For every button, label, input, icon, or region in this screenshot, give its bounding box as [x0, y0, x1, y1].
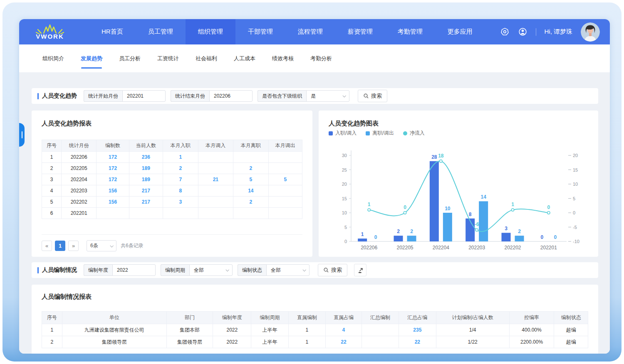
- svg-text:1: 1: [368, 202, 371, 207]
- section-tab[interactable]: 组织简介: [42, 44, 64, 72]
- svg-text:5: 5: [344, 225, 347, 230]
- svg-text:202206: 202206: [361, 245, 377, 251]
- staffing-filter-title: 人员编制情况: [37, 266, 77, 274]
- table-cell: 1: [288, 324, 325, 336]
- legend-label: 净流入: [410, 130, 425, 137]
- table-cell[interactable]: 4: [326, 324, 362, 336]
- section-tab[interactable]: 社会福利: [196, 44, 217, 72]
- nav-item[interactable]: 流程管理: [285, 19, 335, 44]
- filter-select[interactable]: 全部: [189, 264, 233, 276]
- filter-select[interactable]: 是: [306, 90, 349, 102]
- trend-filter-bar: 人员变化趋势 统计开始月份统计结束月份是否包含下级组织是搜索: [32, 88, 598, 104]
- table-cell[interactable]: 14: [233, 185, 269, 197]
- section-tab[interactable]: 考勤分析: [310, 44, 332, 72]
- section-tab[interactable]: 人工成本: [234, 44, 255, 72]
- nav-item[interactable]: 薪资管理: [335, 19, 385, 44]
- table-cell: [129, 208, 163, 219]
- table-cell[interactable]: 5: [233, 174, 269, 185]
- table-cell[interactable]: 3: [163, 197, 198, 208]
- trend-chart-card: 人员变化趋势图表 入职/调入离职/调出净流入 051015202530-10-5…: [319, 111, 598, 257]
- column-header: 编制数: [97, 140, 129, 152]
- page-size-select[interactable]: 6条: [87, 240, 116, 251]
- table-cell[interactable]: 2: [233, 163, 269, 174]
- section-tab[interactable]: 员工分析: [119, 44, 141, 72]
- filter-input[interactable]: [122, 90, 166, 102]
- table-cell[interactable]: 172: [97, 163, 129, 174]
- search-button[interactable]: 搜索: [318, 264, 347, 276]
- table-cell[interactable]: 22: [326, 336, 362, 348]
- table-cell[interactable]: 172: [97, 174, 129, 185]
- table-cell: 202203: [61, 185, 97, 197]
- table-row: 320220417218972155: [42, 174, 302, 185]
- search-button[interactable]: 搜索: [358, 90, 387, 102]
- nav-item[interactable]: 干部管理: [235, 19, 285, 44]
- filter-field: 统计开始月份: [84, 90, 166, 102]
- legend-item[interactable]: 入职/调入: [329, 130, 357, 137]
- section-tabs: 组织简介发展趋势员工分析工资统计社会福利人工成本绩效考核考勤分析: [19, 44, 610, 72]
- settings-icon[interactable]: [500, 27, 510, 37]
- section-tab[interactable]: 发展趋势: [81, 44, 102, 72]
- table-cell[interactable]: 1: [163, 152, 198, 163]
- export-button[interactable]: [354, 264, 366, 276]
- main-nav: HR首页员工管理组织管理干部管理流程管理薪资管理考勤管理更多应用: [89, 19, 485, 44]
- table-cell: 400.00%: [509, 324, 554, 336]
- table-cell[interactable]: 217: [129, 185, 163, 197]
- trend-table-title: 人员变化趋势报表: [42, 120, 92, 128]
- table-cell[interactable]: 235: [399, 324, 436, 336]
- table-cell: [198, 185, 233, 197]
- filter-input[interactable]: [209, 90, 253, 102]
- table-row: 12022061722361: [42, 152, 302, 163]
- filter-select[interactable]: 全部: [266, 264, 310, 276]
- pagination-page-button[interactable]: 1: [55, 241, 65, 251]
- table-cell[interactable]: 8: [163, 185, 198, 197]
- column-header: 当前人数: [129, 140, 163, 152]
- table-cell: 202205: [61, 163, 97, 174]
- drawer-handle[interactable]: [19, 123, 25, 147]
- nav-item[interactable]: 考勤管理: [385, 19, 435, 44]
- table-cell: 1: [288, 336, 325, 348]
- table-row: 1九洲建设集团有限责任公司集团本部2022上半年142351/4400.00%超…: [42, 324, 588, 336]
- table-cell[interactable]: 5: [268, 174, 302, 185]
- chevron-down-icon: [110, 244, 113, 247]
- accent-bar: [37, 93, 39, 99]
- table-cell[interactable]: 217: [129, 197, 163, 208]
- chart-legend: 入职/调入离职/调出净流入: [329, 130, 425, 137]
- table-cell: 2200.00%: [509, 336, 554, 348]
- table-cell[interactable]: 156: [97, 197, 129, 208]
- user-avatar[interactable]: [581, 22, 600, 42]
- section-tab[interactable]: 工资统计: [157, 44, 179, 72]
- table-cell[interactable]: 236: [129, 152, 163, 163]
- nav-item[interactable]: HR首页: [89, 19, 136, 44]
- table-cell[interactable]: 21: [198, 174, 233, 185]
- table-cell[interactable]: 172: [97, 152, 129, 163]
- table-cell[interactable]: 156: [97, 185, 129, 197]
- svg-text:15: 15: [342, 196, 347, 201]
- section-tab[interactable]: 绩效考核: [272, 44, 294, 72]
- pagination-prev-button[interactable]: «: [42, 241, 52, 251]
- svg-text:202204: 202204: [433, 245, 449, 251]
- filter-input[interactable]: [112, 264, 156, 276]
- pagination-next-button[interactable]: »: [68, 241, 79, 251]
- nav-item[interactable]: 更多应用: [435, 19, 485, 44]
- table-cell[interactable]: 7: [163, 174, 198, 185]
- vwork-logo[interactable]: VWORK: [29, 24, 71, 40]
- legend-label: 入职/调入: [335, 130, 357, 137]
- table-cell: [362, 324, 399, 336]
- table-cell[interactable]: 22: [399, 336, 436, 348]
- table-cell: 超编: [554, 336, 588, 348]
- table-cell[interactable]: 189: [129, 174, 163, 185]
- svg-text:0: 0: [404, 204, 406, 210]
- svg-text:14: 14: [480, 194, 486, 200]
- table-cell[interactable]: 2: [163, 163, 198, 174]
- nav-item[interactable]: 组织管理: [186, 19, 235, 44]
- table-cell[interactable]: 2: [233, 197, 269, 208]
- nav-item[interactable]: 员工管理: [136, 19, 186, 44]
- page-frame: VWORK HR首页员工管理组织管理干部管理流程管理薪资管理考勤管理更多应用: [2, 2, 622, 362]
- filter-field: 统计结束月份: [171, 90, 253, 102]
- legend-item[interactable]: 净流入: [403, 130, 425, 137]
- user-icon[interactable]: [518, 27, 527, 37]
- column-header: 统计月份: [61, 140, 97, 152]
- table-cell[interactable]: 189: [129, 163, 163, 174]
- legend-item[interactable]: 离职/调出: [366, 130, 394, 137]
- svg-text:10: 10: [445, 206, 451, 212]
